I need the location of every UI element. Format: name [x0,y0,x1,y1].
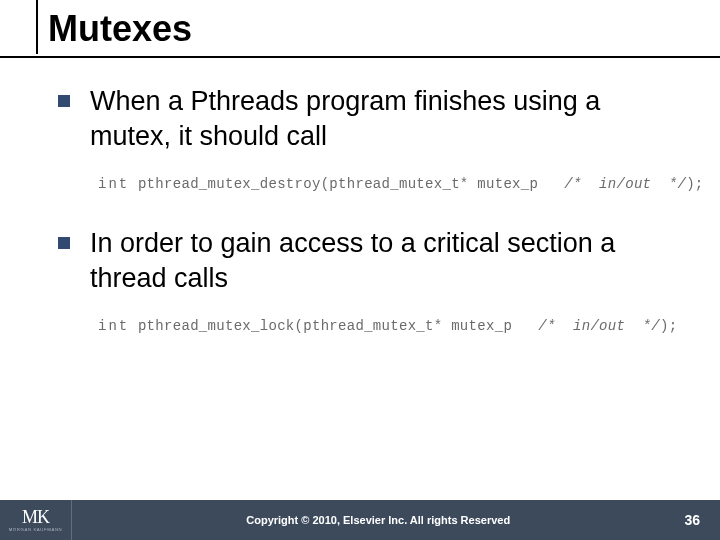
slide-body: When a Pthreads program finishes using a… [0,58,720,334]
footer-bar: MK MORGAN KAUFMANN Copyright © 2010, Els… [0,500,720,540]
bullet-item: When a Pthreads program finishes using a… [58,84,672,154]
code-call: pthread_mutex_lock(pthread_mutex_t* mute… [129,318,538,334]
code-comment: /* in/out */ [538,318,660,334]
code-keyword: int [98,176,129,192]
bullet-item: In order to gain access to a critical se… [58,226,672,296]
code-tail: ); [686,176,703,192]
square-bullet-icon [58,237,70,249]
title-vertical-rule [36,0,38,54]
publisher-logo: MK MORGAN KAUFMANN [0,500,72,540]
code-comment: /* in/out */ [564,176,686,192]
code-call: pthread_mutex_destroy(pthread_mutex_t* m… [129,176,564,192]
copyright-text: Copyright © 2010, Elsevier Inc. All righ… [72,514,684,526]
code-snippet: int pthread_mutex_destroy(pthread_mutex_… [58,176,672,192]
code-keyword: int [98,318,129,334]
logo-initials: MK [22,508,49,526]
bullet-text: When a Pthreads program finishes using a… [90,84,672,154]
title-region: Mutexes [0,0,720,58]
page-number: 36 [684,512,720,528]
logo-subtext: MORGAN KAUFMANN [9,527,63,532]
code-tail: ); [660,318,677,334]
code-snippet: int pthread_mutex_lock(pthread_mutex_t* … [58,318,672,334]
square-bullet-icon [58,95,70,107]
title-horizontal-rule [0,56,720,58]
bullet-text: In order to gain access to a critical se… [90,226,672,296]
slide-title: Mutexes [0,6,720,50]
